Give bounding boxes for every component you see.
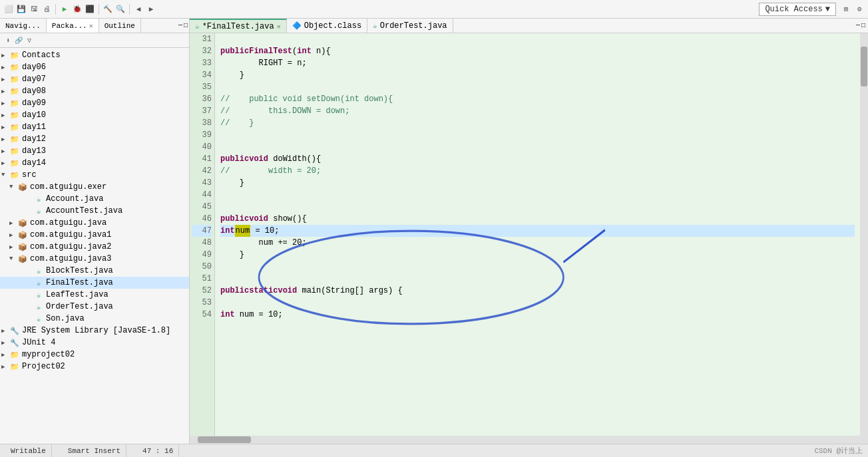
tree-item-day07[interactable]: ▶ 📁 day07 — [0, 73, 189, 85]
close-tab-icon[interactable]: ✕ — [89, 22, 93, 30]
code-editor[interactable]: public FinalTest(int n){ RIGHT = n; } //… — [215, 33, 860, 436]
sidebar-tab-navigator[interactable]: Navig... — [0, 19, 47, 33]
code-line-54: int num = 10; — [220, 309, 855, 321]
close-tab-icon[interactable]: ✕ — [277, 23, 281, 31]
tree-item-label: day06 — [22, 63, 46, 72]
code-line-31 — [220, 33, 855, 45]
settings-icon[interactable]: ⚙ — [853, 3, 865, 15]
horizontal-scrollbar[interactable] — [190, 436, 868, 444]
tree-item-leaftest[interactable]: ▶ ☕ LeafTest.java — [0, 289, 189, 301]
tree-item-label: day07 — [22, 75, 46, 84]
collapse-all-icon[interactable]: ⬇ — [3, 35, 13, 46]
tree-item-java-pkg[interactable]: ▶ 📦 com.atguigu.java — [0, 217, 189, 229]
debug-icon[interactable]: 🐞 — [71, 3, 83, 15]
tree-item-myproject02[interactable]: ▶ 📁 myproject02 — [0, 349, 189, 361]
tree-item-label: day10 — [22, 110, 46, 120]
tree-item-label: AccountTest.java — [46, 206, 122, 216]
code-line-33: RIGHT = n; — [220, 57, 855, 69]
sidebar-minimize-icon[interactable]: ─ — [178, 22, 182, 29]
view-menu-icon[interactable]: ▽ — [24, 35, 35, 46]
tree-item-day13[interactable]: ▶ 📁 day13 — [0, 145, 189, 157]
tree-item-day10[interactable]: ▶ 📁 day10 — [0, 109, 189, 121]
tree-item-project02[interactable]: ▶ 📁 Project02 — [0, 361, 189, 373]
tree-item-son[interactable]: ▶ ☕ Son.java — [0, 313, 189, 325]
vertical-scrollbar[interactable] — [860, 33, 868, 436]
perspective-icon[interactable]: ⊞ — [840, 3, 852, 15]
sidebar: Navig... Packa... ✕ Outline ─ □ ⬇ 🔗 ▽ ▶ … — [0, 19, 190, 444]
arrow-icon: ▶ — [1, 112, 9, 119]
editor-tab-maximize-icon[interactable]: □ — [861, 22, 865, 29]
code-line-40 — [220, 141, 855, 153]
tree-item-contacts[interactable]: ▶ 📁 Contacts — [0, 49, 189, 61]
folder-icon: 📁 — [9, 86, 20, 96]
code-line-38: // } — [220, 117, 855, 129]
tree-item-label: JUnit 4 — [22, 338, 55, 347]
sidebar-tab-outline[interactable]: Outline — [99, 19, 141, 33]
search-icon[interactable]: 🔍 — [114, 3, 126, 15]
forward-icon[interactable]: ▶ — [145, 3, 157, 15]
tree-item-ordertest[interactable]: ▶ ☕ OrderTest.java — [0, 301, 189, 313]
save-icon[interactable]: 💾 — [15, 3, 27, 15]
quick-access-field[interactable]: Quick Access ▼ — [759, 3, 836, 16]
tree-item-label: Account.java — [46, 194, 103, 204]
stop-icon[interactable]: ⬛ — [84, 3, 96, 15]
class-file-icon: 🔷 — [292, 21, 302, 30]
tree-item-src[interactable]: ▼ 📁 src — [0, 169, 189, 181]
tree-item-blocktest[interactable]: ▶ ☕ BlockTest.java — [0, 265, 189, 277]
quick-access-dropdown[interactable]: ▼ — [825, 5, 830, 14]
tree-item-label: JRE System Library [JavaSE-1.8] — [22, 326, 170, 335]
editor-tab-ordertest[interactable]: ☕ OrderTest.java — [367, 19, 453, 33]
sidebar-tab-navigator-label: Navig... — [5, 22, 41, 30]
editor-tab-finaltest[interactable]: ☕ *FinalTest.java ✕ — [190, 19, 287, 33]
code-line-34: } — [220, 69, 855, 81]
tree-item-finaltest[interactable]: ▶ ☕ FinalTest.java — [0, 277, 189, 289]
code-line-35 — [220, 81, 855, 93]
tree-item-day14[interactable]: ▶ 📁 day14 — [0, 157, 189, 169]
tree-item-java1-pkg[interactable]: ▶ 📦 com.atguigu.java1 — [0, 229, 189, 241]
sidebar-tab-package[interactable]: Packa... ✕ — [47, 19, 99, 33]
tree-item-day11[interactable]: ▶ 📁 day11 — [0, 121, 189, 133]
editor-tab-minimize-icon[interactable]: ─ — [856, 22, 860, 29]
tree-item-label: day14 — [22, 158, 46, 168]
tree-item-label: com.atguigu.java1 — [30, 230, 111, 239]
tree-item-java2-pkg[interactable]: ▶ 📦 com.atguigu.java2 — [0, 241, 189, 253]
sidebar-maximize-icon[interactable]: □ — [184, 22, 188, 29]
java-file-icon: ☕ — [373, 21, 377, 30]
arrow-icon: ▼ — [9, 184, 17, 190]
tree-item-account[interactable]: ▶ ☕ Account.java — [0, 193, 189, 205]
watermark-label: CSDN @计当上 — [814, 446, 863, 456]
jre-icon: 🔧 — [9, 325, 20, 336]
tree-item-day09[interactable]: ▶ 📁 day09 — [0, 97, 189, 109]
link-with-editor-icon[interactable]: 🔗 — [13, 35, 24, 46]
arrow-icon: ▶ — [1, 100, 9, 107]
tree-item-jre[interactable]: ▶ 🔧 JRE System Library [JavaSE-1.8] — [0, 325, 189, 337]
scrollbar-thumb-horizontal[interactable] — [198, 436, 251, 443]
arrow-icon: ▶ — [1, 327, 9, 335]
new-file-icon[interactable]: ⬜ — [3, 3, 15, 15]
arrow-icon: ▶ — [1, 363, 9, 371]
package-icon: 📦 — [17, 241, 28, 252]
tree-item-accounttest[interactable]: ▶ ☕ AccountTest.java — [0, 205, 189, 217]
editor-tab-object[interactable]: 🔷 Object.class — [287, 19, 367, 33]
tree-item-label: day12 — [22, 134, 46, 144]
tree-item-exer-pkg[interactable]: ▼ 📦 com.atguigu.exer — [0, 181, 189, 193]
package-icon: 📦 — [17, 229, 28, 240]
arrow-icon: ▼ — [1, 172, 9, 178]
save-all-icon[interactable]: 🖫 — [28, 3, 40, 15]
tree-item-junit[interactable]: ▶ 🔧 JUnit 4 — [0, 337, 189, 349]
tree-item-day06[interactable]: ▶ 📁 day06 — [0, 61, 189, 73]
scrollbar-thumb[interactable] — [861, 47, 867, 86]
statusbar: Writable Smart Insert 47 : 16 CSDN @计当上 — [0, 444, 868, 457]
editor-area: ☕ *FinalTest.java ✕ 🔷 Object.class ☕ Ord… — [190, 19, 868, 444]
arrow-icon: ▶ — [1, 76, 9, 83]
tree-item-day12[interactable]: ▶ 📁 day12 — [0, 133, 189, 145]
build-icon[interactable]: 🔨 — [102, 3, 114, 15]
code-line-46: public void show(){ — [220, 213, 855, 225]
back-icon[interactable]: ◀ — [132, 3, 144, 15]
run-icon[interactable]: ▶ — [59, 3, 71, 15]
sidebar-tab-package-label: Packa... — [52, 22, 87, 30]
tree-item-java3-pkg[interactable]: ▼ 📦 com.atguigu.java3 — [0, 253, 189, 265]
tree-item-day08[interactable]: ▶ 📁 day08 — [0, 85, 189, 97]
print-icon[interactable]: 🖨 — [41, 3, 53, 15]
tree-item-label: day09 — [22, 98, 46, 108]
